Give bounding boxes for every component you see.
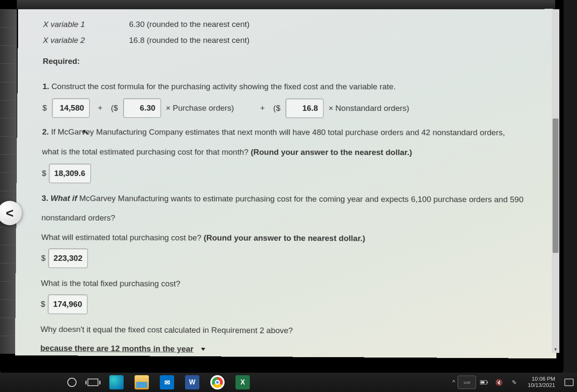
scroll-down-button[interactable]: ▾ — [552, 345, 559, 353]
x-variable-2-label: X variable 2 — [43, 33, 106, 48]
excel-app-icon[interactable]: X — [236, 375, 250, 389]
x-variable-1-row: X variable 1 6.30 (rounded to the neares… — [43, 17, 540, 32]
question-3-sub3-dropdown[interactable]: because there are 12 months in the year — [40, 341, 208, 358]
question-3-sub3-answer-row: because there are 12 months in the year — [40, 341, 543, 358]
scrollbar-thumb[interactable] — [553, 118, 558, 253]
question-2-answer-row: $ 18,309.6 — [42, 163, 541, 184]
edge-app-icon[interactable] — [109, 375, 124, 389]
question-2-number: 2. — [42, 128, 49, 137]
question-3: 3. What if McGarvey Manufacturing wants … — [42, 191, 541, 208]
question-2-text-a: If McGarvey Manufacturing Company estima… — [51, 128, 505, 137]
question-3-sub3: Why doesn't it equal the fixed cost calc… — [40, 322, 543, 340]
windows-taskbar[interactable]: W X ▭≡ ^ 🔇 ✎ 10:06 PM 10/13/2021 — [0, 373, 577, 392]
question-2: 2. If McGarvey Manufacturing Company est… — [42, 125, 540, 141]
question-3-sub3-selected: because there are 12 months in the year — [40, 341, 193, 357]
vertical-scrollbar[interactable]: ▾ — [552, 9, 559, 353]
question-3-sub1-round: (Round your answer to the nearest dollar… — [204, 233, 365, 243]
clock-time: 10:06 PM — [528, 376, 555, 382]
x-variable-2-row: X variable 2 16.8 (rounded to the neares… — [43, 33, 540, 48]
volume-muted-icon[interactable]: 🔇 — [495, 378, 503, 387]
dollar-sign: $ — [42, 166, 46, 181]
question-3-sub1-text: What will estimated total purchasing cos… — [41, 233, 204, 242]
task-view-icon[interactable] — [87, 379, 98, 386]
left-strip — [0, 9, 17, 354]
question-3-sub1-answer-row: $ 223,302 — [41, 248, 542, 270]
tray-chevron-icon[interactable]: ^ — [450, 378, 458, 387]
pen-icon[interactable]: ✎ — [510, 378, 519, 387]
variable-rate-1-input[interactable]: 6.30 — [123, 99, 161, 118]
cortana-icon[interactable] — [67, 378, 77, 387]
question-3-number: 3. — [42, 194, 48, 203]
purchase-orders-label: × Purchase orders) — [166, 101, 234, 116]
document-viewport: X variable 1 6.30 (rounded to the neares… — [15, 9, 556, 358]
microsoft-store-app-icon[interactable] — [261, 376, 273, 389]
action-center-icon[interactable] — [564, 379, 574, 386]
excel-letter: X — [241, 379, 245, 386]
question-3-sub1: What will estimated total purchasing cos… — [41, 230, 542, 247]
battery-icon[interactable] — [480, 378, 488, 387]
chrome-app-icon[interactable] — [210, 375, 225, 389]
cost-formula-line: $ 14,580 + ($ 6.30 × Purchase orders) + … — [42, 98, 541, 118]
word-letter: W — [189, 379, 195, 386]
what-if-label: What if — [50, 194, 77, 203]
fixed-cost-input[interactable]: 14,580 — [52, 98, 90, 118]
svg-rect-3 — [481, 381, 484, 383]
question-2-text-b: what is the total estimated purchasing c… — [42, 147, 251, 156]
x-variable-1-label: X variable 1 — [43, 17, 106, 32]
news-widget-icon[interactable]: ▭≡ — [458, 376, 476, 389]
required-heading: Required: — [43, 54, 540, 69]
question-3-sub1-answer-input[interactable]: 223,302 — [48, 248, 88, 268]
nonstandard-orders-label: × Nonstandard orders) — [328, 101, 409, 116]
chevron-down-icon — [201, 348, 205, 351]
question-3-sub2-answer-row: $ 174,960 — [41, 295, 543, 317]
question-1-number: 1. — [42, 82, 49, 91]
x-variable-2-value: 16.8 (rounded to the nearest cent) — [129, 33, 250, 48]
question-2-line2: what is the total estimated purchasing c… — [42, 144, 541, 160]
dollar-sign: $ — [41, 250, 46, 266]
open-paren-2: ($ — [273, 101, 281, 116]
mail-app-icon[interactable] — [160, 375, 174, 389]
clock-date: 10/13/2021 — [528, 382, 555, 389]
svg-rect-2 — [487, 381, 488, 383]
plus-sign-1: + — [95, 100, 106, 116]
question-3-sub2: What is the total fixed purchasing cost? — [41, 276, 542, 293]
variable-rate-2-input[interactable]: 16.8 — [286, 99, 323, 118]
word-app-icon[interactable]: W — [185, 375, 199, 389]
system-clock[interactable]: 10:06 PM 10/13/2021 — [525, 376, 558, 389]
plus-sign-2: + — [257, 101, 268, 116]
question-2-answer-input[interactable]: 18,309.6 — [49, 163, 91, 183]
question-1-text: Construct the cost formula for the purch… — [51, 82, 396, 91]
question-3-text-a: McGarvey Manufacturing wants to estimate… — [79, 194, 523, 204]
file-explorer-app-icon[interactable] — [135, 375, 149, 389]
question-1: 1. Construct the cost formula for the pu… — [42, 79, 540, 95]
x-variable-1-value: 6.30 (rounded to the nearest cent) — [129, 17, 249, 32]
dollar-sign: $ — [41, 297, 45, 312]
question-2-round-note: (Round your answer to the nearest dollar… — [251, 147, 412, 157]
open-paren-1: ($ — [111, 101, 118, 116]
dollar-sign: $ — [42, 100, 47, 116]
browser-toolbar — [17, 0, 555, 9]
question-3-sub2-answer-input[interactable]: 174,960 — [48, 295, 87, 314]
question-3-line2: nonstandard orders? — [41, 210, 541, 227]
question-3-text-b: nonstandard orders? — [41, 213, 115, 222]
